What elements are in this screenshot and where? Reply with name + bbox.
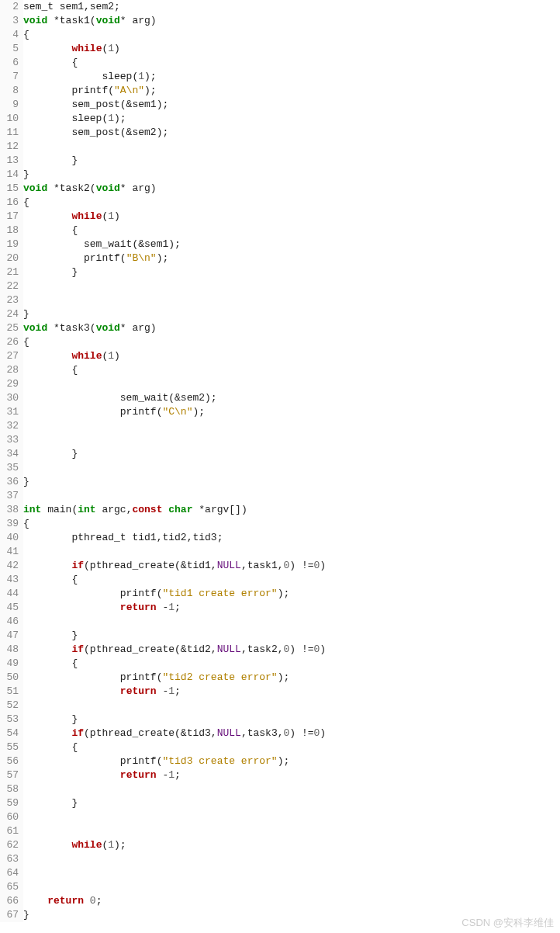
- code-line[interactable]: sem_t sem1,sem2;: [23, 0, 560, 14]
- line-number: 63: [0, 852, 19, 866]
- line-number: 49: [0, 657, 19, 671]
- code-line[interactable]: }: [23, 154, 560, 168]
- line-number: 66: [0, 894, 19, 908]
- code-line[interactable]: return 0;: [23, 894, 560, 908]
- line-number: 21: [0, 265, 19, 279]
- code-line[interactable]: int main(int argc,const char *argv[]): [23, 503, 560, 517]
- line-number: 47: [0, 629, 19, 643]
- code-line[interactable]: [23, 545, 560, 559]
- code-line[interactable]: {: [23, 28, 560, 42]
- line-number: 11: [0, 126, 19, 140]
- code-line[interactable]: sleep(1);: [23, 112, 560, 126]
- token-num: 0: [284, 643, 290, 655]
- code-line[interactable]: sem_wait(&sem2);: [23, 391, 560, 405]
- code-line[interactable]: {: [23, 657, 560, 671]
- code-line[interactable]: [23, 615, 560, 629]
- code-line[interactable]: [23, 824, 560, 838]
- code-line[interactable]: return -1;: [23, 601, 560, 615]
- code-line[interactable]: [23, 419, 560, 433]
- code-line[interactable]: [23, 880, 560, 894]
- line-number: 22: [0, 279, 19, 293]
- line-number: 3: [0, 14, 19, 28]
- watermark-text: CSDN @安科李维佳: [461, 916, 554, 922]
- code-line[interactable]: [23, 279, 560, 293]
- code-line[interactable]: sem_post(&sem1);: [23, 98, 560, 112]
- code-line[interactable]: {: [23, 573, 560, 587]
- code-line[interactable]: {: [23, 741, 560, 754]
- code-line[interactable]: while(1): [23, 210, 560, 224]
- line-number: 32: [0, 419, 19, 433]
- code-line[interactable]: }: [23, 265, 560, 279]
- line-number: 64: [0, 866, 19, 880]
- code-line[interactable]: if(pthread_create(&tid3,NULL,task3,0) !=…: [23, 727, 560, 741]
- line-number: 67: [0, 908, 19, 922]
- code-line[interactable]: pthread_t tid1,tid2,tid3;: [23, 531, 560, 545]
- token-type: int: [23, 504, 41, 515]
- code-line[interactable]: [23, 699, 560, 713]
- code-line[interactable]: printf("tid1 create error");: [23, 587, 560, 601]
- code-line[interactable]: {: [23, 56, 560, 70]
- code-line[interactable]: return -1;: [23, 768, 560, 782]
- code-line[interactable]: if(pthread_create(&tid1,NULL,task1,0) !=…: [23, 559, 560, 573]
- code-line[interactable]: [23, 293, 560, 307]
- token-num: 0: [90, 895, 96, 907]
- code-line[interactable]: }: [23, 168, 560, 182]
- line-number: 10: [0, 112, 19, 126]
- code-line[interactable]: [23, 810, 560, 824]
- code-line[interactable]: }: [23, 307, 560, 321]
- code-line[interactable]: [23, 377, 560, 391]
- line-number: 55: [0, 741, 19, 754]
- code-line[interactable]: [23, 140, 560, 154]
- code-line[interactable]: [23, 489, 560, 503]
- code-line[interactable]: printf("C\n");: [23, 405, 560, 419]
- code-line[interactable]: }: [23, 475, 560, 489]
- code-line[interactable]: printf("A\n");: [23, 84, 560, 98]
- token-kw: if: [71, 643, 84, 655]
- code-line[interactable]: return -1;: [23, 685, 560, 699]
- line-number: 16: [0, 196, 19, 210]
- code-line[interactable]: }: [23, 796, 560, 810]
- token-kw: return: [47, 895, 84, 907]
- code-line[interactable]: while(1);: [23, 838, 560, 852]
- code-line[interactable]: {: [23, 363, 560, 377]
- token-kw: const: [132, 504, 162, 515]
- code-content[interactable]: sem_t sem1,sem2;void *task1(void* arg){ …: [23, 0, 560, 922]
- line-number: 26: [0, 335, 19, 349]
- line-number: 42: [0, 559, 19, 573]
- code-line[interactable]: {: [23, 335, 560, 349]
- token-num: 1: [168, 685, 175, 697]
- code-line[interactable]: [23, 461, 560, 475]
- code-line[interactable]: printf("tid3 create error");: [23, 754, 560, 768]
- code-line[interactable]: while(1): [23, 349, 560, 363]
- code-line[interactable]: }: [23, 713, 560, 727]
- code-line[interactable]: }: [23, 629, 560, 643]
- code-line[interactable]: }: [23, 447, 560, 461]
- line-number: 15: [0, 182, 19, 196]
- token-type: void: [96, 322, 120, 334]
- token-str: "tid3 create error": [162, 755, 277, 767]
- token-num: 1: [108, 43, 114, 54]
- code-line[interactable]: [23, 782, 560, 796]
- code-line[interactable]: sleep(1);: [23, 70, 560, 84]
- code-line[interactable]: [23, 866, 560, 880]
- token-num: 1: [168, 769, 175, 781]
- code-line[interactable]: void *task1(void* arg): [23, 14, 560, 28]
- code-line[interactable]: while(1): [23, 42, 560, 56]
- token-kw: while: [71, 839, 102, 851]
- code-line[interactable]: printf("tid2 create error");: [23, 671, 560, 685]
- code-line[interactable]: {: [23, 517, 560, 531]
- code-line[interactable]: {: [23, 224, 560, 238]
- code-line[interactable]: printf("B\n");: [23, 251, 560, 265]
- code-line[interactable]: [23, 852, 560, 866]
- code-line[interactable]: void *task2(void* arg): [23, 182, 560, 196]
- code-line[interactable]: [23, 433, 560, 447]
- token-type: void: [23, 182, 47, 194]
- code-line[interactable]: {: [23, 196, 560, 210]
- code-line[interactable]: sem_wait(&sem1);: [23, 238, 560, 251]
- line-number: 24: [0, 307, 19, 321]
- token-kw: return: [120, 769, 157, 781]
- code-line[interactable]: sem_post(&sem2);: [23, 126, 560, 140]
- code-line[interactable]: void *task3(void* arg): [23, 321, 560, 335]
- token-str: "A\n": [114, 85, 144, 96]
- code-line[interactable]: if(pthread_create(&tid2,NULL,task2,0) !=…: [23, 643, 560, 657]
